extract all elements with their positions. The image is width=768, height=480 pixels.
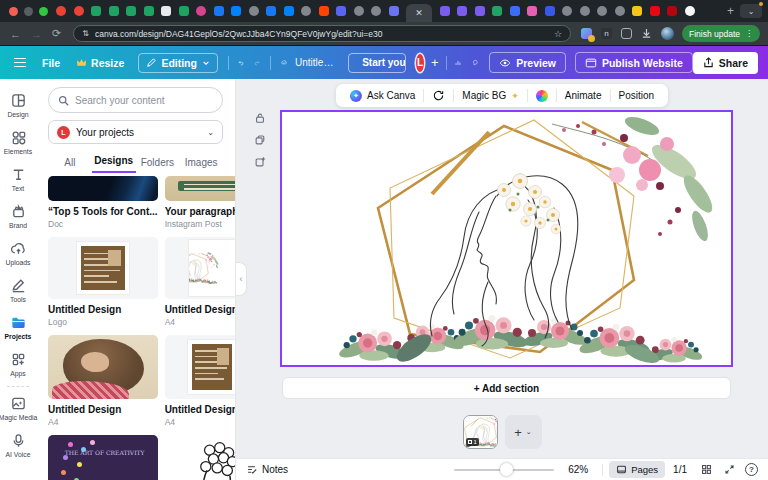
your-projects-dropdown[interactable]: L Your projects ⌄ [48, 120, 223, 144]
project-card[interactable]: Untitled Design A4 [165, 335, 236, 427]
canva-active-tab[interactable]: ✕ [406, 4, 432, 22]
tab-favicon-globe[interactable] [562, 6, 572, 16]
tab-images[interactable]: Images [179, 157, 223, 173]
tab-all[interactable]: All [48, 157, 92, 173]
tab-favicon-google[interactable] [685, 6, 695, 16]
grid-view-button[interactable] [701, 464, 712, 475]
position-button[interactable]: Position [610, 90, 662, 101]
start-trial-button[interactable]: Start your trial ... [348, 53, 406, 73]
document-title[interactable]: Untitled design - W... [295, 57, 334, 68]
tab-favicon-app-purple[interactable] [457, 6, 467, 16]
panel-collapse-handle[interactable]: ‹ [236, 262, 247, 296]
redo-icon[interactable] [254, 56, 260, 70]
preview-button[interactable]: Preview [489, 52, 566, 73]
sidebar-item-text[interactable]: Text [0, 161, 36, 198]
share-button[interactable]: Share [693, 52, 758, 74]
tab-favicon-globe[interactable] [615, 6, 625, 16]
tab-favicon-globe[interactable] [597, 6, 607, 16]
browser-tabs[interactable]: ✕ [56, 0, 721, 22]
tab-favicon-globe[interactable] [249, 6, 259, 16]
browser-profile-avatar[interactable] [661, 27, 674, 40]
sidebar-item-uploads[interactable]: Uploads [0, 235, 36, 272]
add-section-button[interactable]: + Add section [282, 377, 731, 399]
browser-menu-icon[interactable]: ⋮ [745, 29, 753, 38]
tab-favicon-gmail[interactable] [56, 6, 66, 16]
tab-favicon-globe[interactable] [301, 6, 311, 16]
lock-icon[interactable] [254, 112, 266, 124]
project-thumbnail[interactable] [48, 237, 158, 299]
sidebar-item-ai-voice[interactable]: AI Voice [0, 427, 36, 464]
publish-website-button[interactable]: Publish Website [575, 52, 693, 73]
tab-favicon-app-pink[interactable] [527, 6, 537, 16]
page-1-thumbnail[interactable]: 1 [463, 415, 498, 449]
sidebar-item-tools[interactable]: Tools [0, 272, 36, 309]
design-page[interactable] [282, 112, 731, 365]
finish-update-button[interactable]: Finish update ⋮ [682, 25, 760, 42]
editing-mode-dropdown[interactable]: Editing [138, 53, 218, 73]
tab-favicon-instagram[interactable] [196, 6, 206, 16]
tab-favicon-globe[interactable] [580, 6, 590, 16]
ask-canva-button[interactable]: Ask Canva [342, 90, 423, 102]
tab-favicon-shutterstock[interactable] [650, 6, 660, 16]
project-card[interactable]: Your paragraph text Instagram Post [165, 176, 236, 229]
tab-favicon-app-purple[interactable] [440, 6, 450, 16]
project-thumbnail[interactable] [165, 237, 236, 299]
project-thumbnail[interactable] [48, 335, 158, 399]
insights-chart-icon[interactable] [455, 56, 461, 70]
download-icon[interactable] [641, 28, 652, 39]
add-page-button[interactable]: + ⌄ [505, 415, 542, 449]
address-bar[interactable]: ⇅ canva.com/design/DAG41GeplOs/2QwcJJba4… [73, 25, 571, 42]
project-card[interactable]: Untitled Design A4 [165, 237, 236, 327]
main-menu-icon[interactable] [14, 58, 26, 68]
project-card[interactable]: THE ART OF CREATIVITY [48, 435, 158, 480]
duplicate-page-icon[interactable] [254, 134, 266, 146]
tab-favicon-wordpress[interactable] [545, 6, 555, 16]
undo-icon[interactable] [238, 56, 244, 70]
reload-button[interactable]: ⟳ [52, 27, 61, 40]
tab-folders[interactable]: Folders [136, 157, 180, 173]
tab-favicon-google-sheets[interactable] [109, 6, 119, 16]
tab-favicon-google-sheets[interactable] [179, 6, 189, 16]
tab-favicon-facebook[interactable] [266, 6, 276, 16]
zoom-window-button[interactable] [39, 7, 48, 16]
fullscreen-button[interactable] [724, 464, 735, 475]
tab-favicon-canva[interactable] [389, 6, 399, 16]
tab-favicon-bookmark[interactable] [632, 6, 642, 16]
comments-icon[interactable] [472, 55, 478, 70]
tab-search-chevron[interactable]: ⌄ [740, 4, 762, 18]
bookmark-star-icon[interactable]: ☆ [554, 29, 562, 39]
extension-icon[interactable]: n [601, 28, 612, 39]
sidebar-item-design[interactable]: Design [0, 87, 36, 124]
tab-favicon-google-sheets[interactable] [144, 6, 154, 16]
project-thumbnail[interactable] [165, 335, 236, 399]
project-card[interactable]: Untitled Design Logo [48, 237, 158, 327]
tab-favicon-google-sheets[interactable] [91, 6, 101, 16]
project-thumbnail[interactable]: THE ART OF CREATIVITY [48, 435, 158, 480]
help-button[interactable]: ? [745, 463, 758, 476]
zoom-slider[interactable] [454, 469, 554, 471]
tab-favicon-excel[interactable] [492, 6, 502, 16]
tab-favicon-meta[interactable] [284, 6, 294, 16]
tab-favicon-gmail[interactable] [74, 6, 84, 16]
sidebar-item-brand[interactable]: Brand [0, 198, 36, 235]
window-controls[interactable] [9, 7, 48, 16]
tab-favicon-reddit[interactable] [319, 6, 329, 16]
resize-button[interactable]: Resize [76, 57, 124, 69]
tab-favicon-google-sheets[interactable] [126, 6, 136, 16]
sidebar-item-projects[interactable]: Projects [0, 309, 36, 346]
project-card[interactable]: “Top 5 Tools for Cont... Doc [48, 176, 158, 229]
sidebar-item-magic-media[interactable]: Magic Media [0, 390, 36, 427]
tab-favicon-meta[interactable] [231, 6, 241, 16]
project-thumbnail[interactable] [165, 435, 236, 480]
project-card[interactable]: Untitled Design A4 [48, 335, 158, 427]
account-avatar[interactable]: L [416, 54, 424, 72]
new-tab-button[interactable]: + [727, 4, 734, 18]
minimize-window-button[interactable] [24, 7, 33, 16]
color-button[interactable] [528, 90, 556, 102]
project-card[interactable] [165, 435, 236, 480]
animate-button[interactable]: Animate [557, 90, 610, 101]
file-menu[interactable]: File [42, 57, 60, 69]
forward-button[interactable]: → [31, 28, 42, 40]
site-info-icon[interactable]: ⇅ [82, 29, 89, 38]
add-member-button[interactable]: + [431, 55, 439, 70]
